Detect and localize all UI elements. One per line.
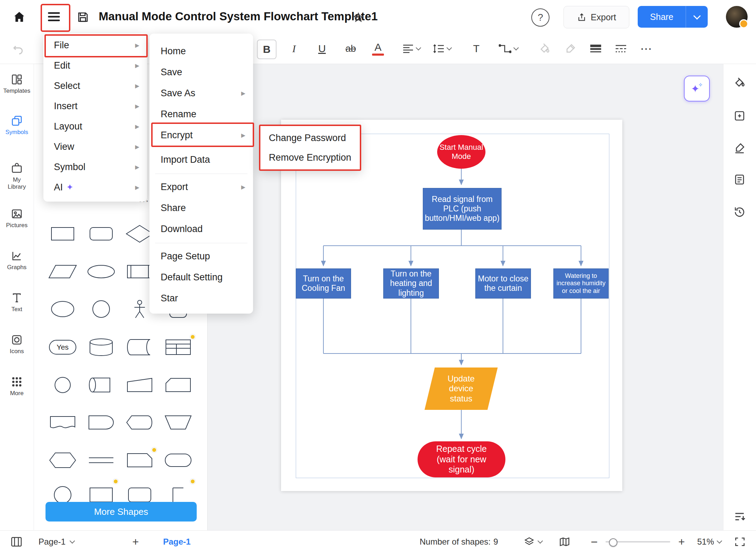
menu-item-symbol[interactable]: Symbol▸ [43,157,147,177]
file-menu-rename[interactable]: Rename [149,104,253,125]
shape-trapezoid[interactable] [162,412,194,433]
add-page-button[interactable]: + [132,531,139,553]
bold-button[interactable]: B [257,40,276,59]
menu-item-edit[interactable]: Edit▸ [43,55,147,76]
flow-node-update-status[interactable]: Update device status [425,368,498,410]
page-setup-icon[interactable] [732,108,747,124]
file-menu-encrypt[interactable]: Encrypt▸ [149,125,253,146]
favorite-star-icon[interactable] [351,10,366,25]
export-button[interactable]: Export [564,6,629,28]
text-tool-button[interactable]: T [468,34,485,64]
font-color-button[interactable]: A [370,34,386,64]
line-dash-icon[interactable] [612,34,630,64]
sidebar-item-more[interactable]: More [0,376,34,397]
line-weight-icon[interactable] [587,34,605,64]
theme-style-icon[interactable] [732,140,747,156]
page-tab-active[interactable]: Page-1 [163,531,191,553]
sidebar-item-symbols[interactable]: Symbols [0,115,34,136]
sidebar-item-icons[interactable]: Icons [0,334,34,355]
zoom-slider-knob[interactable] [609,538,617,547]
encrypt-menu-change-password[interactable]: Change Password [260,128,360,148]
layers-button[interactable] [524,531,542,553]
shape-ellipse-clipped[interactable] [47,481,78,502]
file-menu-star[interactable]: Star [149,288,253,309]
flow-node-motor-curtain[interactable]: Motor to close the curtain [475,268,531,299]
fill-style-icon[interactable] [732,75,747,91]
sidebar-item-templates[interactable]: Templates [0,74,34,94]
share-button[interactable]: Share [638,6,708,28]
undo-icon[interactable] [9,34,27,64]
shape-direct-data[interactable] [124,336,155,358]
shape-parallelogram[interactable] [47,261,78,282]
sidebar-item-graphs[interactable]: Graphs [0,250,34,271]
menu-item-view[interactable]: View▸ [43,136,147,157]
shape-bracket-clipped[interactable] [162,481,194,502]
zoom-slider[interactable] [606,531,670,553]
outline-filter-icon[interactable] [732,509,747,524]
flow-node-cooling-fan[interactable]: Turn on the Cooling Fan [296,268,351,299]
shape-rect-clipped[interactable] [85,481,117,502]
flow-node-repeat-cycle[interactable]: Repeat cycle (wait for new signal) [418,441,505,477]
hamburger-menu-icon[interactable] [45,8,63,25]
shape-hexagon[interactable] [47,449,78,471]
file-menu-default-setting[interactable]: Default Setting [149,267,253,288]
shape-terminator-yes[interactable]: Yes [47,336,78,358]
shape-manual-input[interactable] [124,374,155,396]
flow-node-start[interactable]: Start Manual Mode [437,135,485,169]
strikethrough-button[interactable]: ab [342,34,360,64]
shape-cylinder[interactable] [85,336,117,358]
shape-display[interactable] [124,412,155,433]
menu-item-file[interactable]: File▸ [43,35,147,55]
flow-node-heating-lighting[interactable]: Turn on the heating and lighting [383,268,439,299]
connector-style-button[interactable] [493,34,523,64]
sidebar-item-pictures[interactable]: Pictures [0,208,34,229]
zoom-slider-track[interactable] [606,541,670,542]
more-shapes-button[interactable]: More Shapes [46,502,197,522]
file-menu-download[interactable]: Download [149,218,253,239]
shape-table[interactable] [162,336,194,358]
toolbar-more-button[interactable]: ⋯ [637,34,655,64]
menu-item-insert[interactable]: Insert▸ [43,96,147,116]
shape-oval[interactable] [85,261,117,282]
home-icon[interactable] [10,8,28,26]
menu-item-select[interactable]: Select▸ [43,76,147,96]
file-menu-page-setup[interactable]: Page Setup [149,246,253,267]
shape-snip-rectangle[interactable] [124,449,155,471]
shape-card[interactable] [162,374,194,396]
sidebar-item-text[interactable]: Text [0,292,34,313]
shape-horizontal-cylinder[interactable] [85,374,117,396]
sidebar-item-my-library[interactable]: My Library [0,162,34,190]
notes-icon[interactable] [732,172,747,187]
menu-item-layout[interactable]: Layout▸ [43,116,147,136]
file-menu-save[interactable]: Save [149,62,253,83]
shape-delay[interactable] [85,412,117,433]
save-icon[interactable] [75,9,91,25]
avatar[interactable] [726,6,748,28]
shape-rectangle[interactable] [47,223,78,245]
shape-circle-small[interactable] [47,374,78,396]
help-icon[interactable]: ? [531,8,550,27]
encrypt-menu-remove-encryption[interactable]: Remove Encryption [260,148,360,167]
shape-double-line[interactable] [85,449,117,471]
shape-rounded-rectangle[interactable] [85,223,117,245]
file-menu-import-data[interactable]: Import Data [149,149,253,170]
zoom-out-button[interactable]: − [591,531,598,553]
flow-node-read-signal[interactable]: Read signal from PLC (push button/HMI/we… [423,188,502,230]
ai-assistant-button[interactable]: ✦ ✧ [684,76,710,102]
page-selector[interactable]: Page-1 [38,531,74,553]
fill-bucket-icon[interactable] [536,34,554,64]
file-menu-share[interactable]: Share [149,197,253,218]
shape-ellipse[interactable] [47,298,78,320]
file-menu-export[interactable]: Export▸ [149,176,253,197]
shape-rect-clipped-2[interactable] [124,481,155,502]
text-align-button[interactable] [399,34,424,64]
flow-node-watering[interactable]: Watering to increase humidity or cool th… [553,268,609,299]
highlighter-pen-icon[interactable] [561,34,580,64]
share-label[interactable]: Share [638,6,686,28]
history-icon[interactable] [732,204,747,220]
shape-terminator[interactable] [162,449,194,471]
zoom-in-button[interactable]: + [678,531,685,553]
zoom-level[interactable]: 51% [697,531,721,553]
file-menu-home[interactable]: Home [149,41,253,62]
fullscreen-button[interactable] [734,531,746,553]
